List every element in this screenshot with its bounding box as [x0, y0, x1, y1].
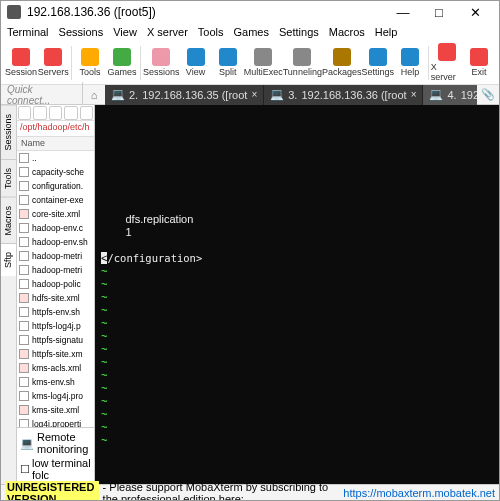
remote-label: Remote monitoring — [37, 431, 91, 455]
tool-packages[interactable]: Packages — [322, 43, 362, 83]
file-header-name[interactable]: Name — [17, 137, 94, 151]
session-tab[interactable]: 💻3.192.168.136.36 ([root× — [264, 85, 423, 105]
tool-session[interactable]: Session — [5, 43, 37, 83]
file-icon — [19, 265, 29, 275]
status-message: - Please support MobaXterm by subscribin… — [103, 481, 340, 502]
main-area: SessionsToolsMacrosSftp /opt/hadoop/etc/… — [1, 105, 499, 484]
menu-terminal[interactable]: Terminal — [7, 26, 49, 38]
tool-split[interactable]: Split — [212, 43, 244, 83]
file-item[interactable]: .. — [17, 151, 94, 165]
file-item[interactable]: httpfs-signatu — [17, 333, 94, 347]
tool-sessions[interactable]: Sessions — [143, 43, 180, 83]
file-item[interactable]: kms-acls.xml — [17, 361, 94, 375]
menu-tools[interactable]: Tools — [198, 26, 224, 38]
file-item[interactable]: hadoop-polic — [17, 277, 94, 291]
file-name: kms-log4j.pro — [32, 391, 83, 401]
sftp-icon[interactable] — [80, 106, 93, 120]
tool-games[interactable]: Games — [106, 43, 138, 83]
file-item[interactable]: hadoop-env.sh — [17, 235, 94, 249]
home-tab-icon[interactable]: ⌂ — [83, 89, 105, 101]
session-tab[interactable]: 💻4.192.168.136.36 ([root× — [423, 85, 477, 105]
file-name: httpfs-site.xm — [32, 349, 83, 359]
file-item[interactable]: kms-env.sh — [17, 375, 94, 389]
file-item[interactable]: httpfs-site.xm — [17, 347, 94, 361]
file-icon — [19, 251, 29, 261]
file-item[interactable]: kms-site.xml — [17, 403, 94, 417]
file-name: hadoop-env.sh — [32, 237, 88, 247]
tool-multiexec[interactable]: MultiExec — [244, 43, 283, 83]
games-icon — [113, 48, 131, 66]
sftp-icon[interactable] — [33, 106, 46, 120]
menu-help[interactable]: Help — [375, 26, 398, 38]
close-button[interactable]: ✕ — [457, 1, 493, 23]
tool-exit[interactable]: Exit — [463, 43, 495, 83]
tool-help[interactable]: Help — [394, 43, 426, 83]
file-name: log4j.properti — [32, 419, 81, 427]
menu-games[interactable]: Games — [234, 26, 269, 38]
file-icon — [19, 349, 29, 359]
file-item[interactable]: capacity-sche — [17, 165, 94, 179]
sidebar-bottom: 💻 Remote monitoring ☐ low terminal folc — [17, 427, 94, 484]
sftp-icon[interactable] — [18, 106, 31, 120]
file-item[interactable]: hadoop-metri — [17, 249, 94, 263]
tool-tunneling[interactable]: Tunneling — [283, 43, 322, 83]
tab-close-icon[interactable]: × — [411, 89, 417, 100]
session-tab[interactable]: 💻2.192.168.136.35 ([root× — [105, 85, 264, 105]
tab-icon: 💻 — [111, 88, 125, 101]
monitor-icon: 💻 — [20, 437, 34, 450]
tab-num: 3. — [288, 89, 297, 101]
sftp-icon[interactable] — [49, 106, 62, 120]
split-icon — [219, 48, 237, 66]
file-icon — [19, 377, 29, 387]
file-icon — [19, 391, 29, 401]
tab-close-icon[interactable]: × — [251, 89, 257, 100]
menu-x-server[interactable]: X server — [147, 26, 188, 38]
toolbar: SessionServersToolsGamesSessionsViewSpli… — [1, 41, 499, 85]
tool-x server[interactable]: X server — [431, 43, 463, 83]
sftp-icon[interactable] — [64, 106, 77, 120]
maximize-button[interactable]: □ — [421, 1, 457, 23]
remote-monitoring-button[interactable]: 💻 Remote monitoring — [20, 431, 91, 455]
tool-tools[interactable]: Tools — [74, 43, 106, 83]
file-item[interactable]: hadoop-env.c — [17, 221, 94, 235]
file-item[interactable]: hadoop-metri — [17, 263, 94, 277]
file-item[interactable]: configuration. — [17, 179, 94, 193]
file-name: kms-acls.xml — [32, 363, 81, 373]
vtab-sessions[interactable]: Sessions — [1, 105, 16, 159]
vtab-tools[interactable]: Tools — [1, 159, 16, 197]
quick-connect-input[interactable]: Quick connect... — [1, 82, 83, 108]
tool-servers[interactable]: Servers — [37, 43, 69, 83]
minimize-button[interactable]: — — [385, 1, 421, 23]
follow-terminal-checkbox[interactable]: ☐ low terminal folc — [20, 457, 91, 481]
file-icon — [19, 279, 29, 289]
file-item[interactable]: kms-log4j.pro — [17, 389, 94, 403]
menu-settings[interactable]: Settings — [279, 26, 319, 38]
tool-label: Tools — [80, 67, 101, 77]
sftp-path[interactable]: /opt/hadoop/etc/h — [17, 121, 94, 137]
file-icon — [19, 335, 29, 345]
vtab-sftp[interactable]: Sftp — [1, 243, 16, 276]
file-item[interactable]: httpfs-log4j.p — [17, 319, 94, 333]
file-list: ..capacity-scheconfiguration.container-e… — [17, 151, 94, 427]
file-item[interactable]: log4j.properti — [17, 417, 94, 427]
tab-num: 2. — [129, 89, 138, 101]
tunneling-icon — [293, 48, 311, 66]
file-item[interactable]: core-site.xml — [17, 207, 94, 221]
status-link[interactable]: https://mobaxterm.mobatek.net — [343, 487, 495, 499]
terminal[interactable]: dfs.replication 1 </configuration> ~ ~ ~… — [95, 105, 499, 484]
tab-num: 4. — [447, 89, 456, 101]
file-item[interactable]: httpfs-env.sh — [17, 305, 94, 319]
tool-settings[interactable]: Settings — [361, 43, 394, 83]
session-tabs: 💻2.192.168.136.35 ([root×💻3.192.168.136.… — [105, 85, 477, 105]
menu-view[interactable]: View — [113, 26, 137, 38]
menu-macros[interactable]: Macros — [329, 26, 365, 38]
x server-icon — [438, 43, 456, 61]
file-name: capacity-sche — [32, 167, 84, 177]
unregistered-badge: UNREGISTERED VERSION — [5, 481, 99, 502]
menu-sessions[interactable]: Sessions — [59, 26, 104, 38]
file-item[interactable]: container-exe — [17, 193, 94, 207]
file-item[interactable]: hdfs-site.xml — [17, 291, 94, 305]
tool-view[interactable]: View — [180, 43, 212, 83]
attach-icon[interactable]: 📎 — [477, 88, 499, 101]
vtab-macros[interactable]: Macros — [1, 197, 16, 244]
